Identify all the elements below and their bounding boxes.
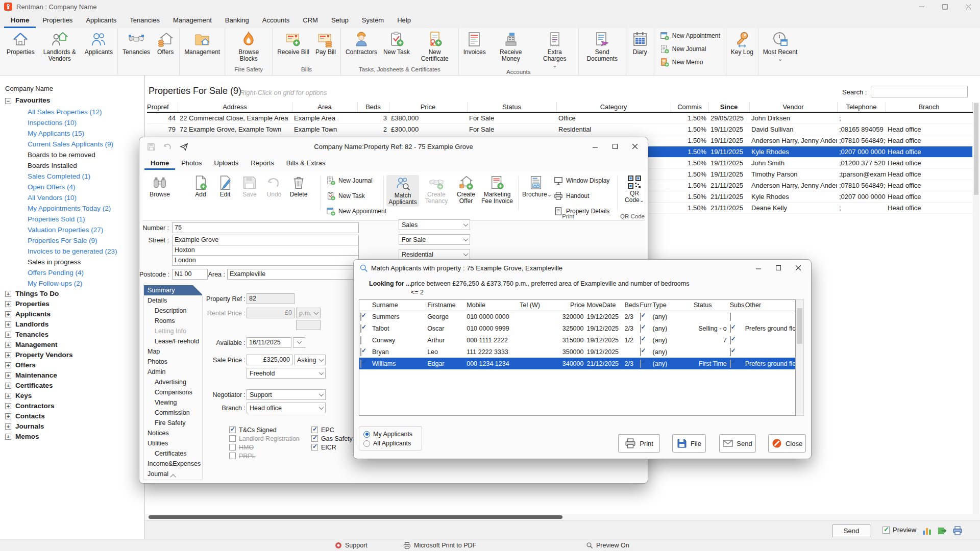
maximize-button[interactable] — [933, 0, 957, 13]
tab-uploads[interactable]: Uploads — [208, 157, 245, 170]
ribbon-new-task-button[interactable]: New Task — [380, 29, 413, 56]
ribbon-new-appointment-button[interactable]: New Appointment — [660, 31, 720, 41]
status-support[interactable]: Support — [335, 539, 368, 551]
sidebar-favourite-item[interactable]: My Applicants (15) — [0, 128, 144, 139]
forsale-combo[interactable]: For Sale — [399, 234, 470, 245]
sidebar-section[interactable]: +Contractors — [0, 401, 144, 411]
ribbon-applicants-button[interactable]: Applicants — [82, 29, 116, 56]
ribbon-landlords-vendors-button[interactable]: Landlords & Vendors — [38, 29, 82, 62]
sidebar-favourite-item[interactable]: Current Sales Applicants (9) — [0, 139, 144, 149]
file-button[interactable]: File — [672, 434, 706, 453]
search-input[interactable] — [871, 86, 968, 97]
postcode-field[interactable]: N1 00 — [172, 269, 208, 280]
ribbon-contractors-button[interactable]: Contractors — [342, 29, 380, 56]
ribbon-new-certificate-button[interactable]: New Certificate — [413, 29, 457, 62]
sidebar-section[interactable]: +Landlords — [0, 319, 144, 330]
tab-photos[interactable]: Photos — [175, 157, 208, 170]
checkbox-row[interactable]: PRPL — [229, 452, 300, 460]
brochure-button[interactable]: Brochure — [522, 175, 550, 198]
nav-item[interactable]: Admin — [144, 367, 202, 377]
ribbon-new-journal-button[interactable]: New Journal — [660, 44, 720, 54]
menu-tenancies[interactable]: Tenancies — [123, 13, 166, 28]
expand-icon[interactable]: + — [5, 372, 11, 379]
expand-icon[interactable]: + — [5, 332, 11, 338]
expand-icon[interactable]: + — [5, 291, 11, 297]
expand-icon[interactable]: + — [5, 311, 11, 317]
sidebar-favourite-item[interactable]: Boards to be removed — [0, 149, 144, 160]
sidebar-section[interactable]: +Things To Do — [0, 289, 144, 299]
grid-vertical-scrollbar[interactable] — [973, 102, 979, 514]
create-offer-button[interactable]: Create Offer — [454, 175, 478, 205]
sidebar-favourite-item[interactable]: My Follow-ups (2) — [0, 278, 144, 289]
sidebar-favourites-header[interactable]: −Favourites — [0, 95, 144, 107]
expand-icon[interactable]: + — [5, 403, 11, 409]
menu-applicants[interactable]: Applicants — [79, 13, 123, 28]
ribbon-tenancies-button[interactable]: Tenancies — [119, 29, 153, 56]
dialog-minimize-button[interactable] — [587, 141, 603, 152]
sidebar-favourite-item[interactable]: Valuation Properties (27) — [0, 224, 144, 235]
nav-scroll-up-icon[interactable] — [143, 475, 203, 479]
tab-home[interactable]: Home — [144, 157, 175, 170]
menu-help[interactable]: Help — [390, 13, 418, 28]
branch-combo[interactable]: Head office — [247, 403, 326, 413]
checkbox-row[interactable]: EPC — [311, 425, 353, 434]
print-icon[interactable] — [952, 525, 963, 536]
menu-properties[interactable]: Properties — [36, 13, 79, 28]
ribbon-diary-button[interactable]: Diary — [628, 29, 652, 56]
sidebar-section[interactable]: +Certificates — [0, 381, 144, 391]
ribbon-receive-money-button[interactable]: Receive Money — [489, 29, 533, 62]
nav-item[interactable]: Advertising — [144, 377, 202, 387]
applicants-header[interactable]: SurnameFirstnameMobileTel (W)PriceMoveDa… — [359, 300, 795, 311]
export-icon[interactable] — [937, 525, 947, 536]
rental-unit-secondary-field[interactable] — [296, 320, 321, 330]
nav-item[interactable]: Certificates — [144, 448, 202, 459]
new-appointment-button[interactable]: New Appointment — [326, 207, 386, 216]
ribbon-properties-button[interactable]: Properties — [4, 29, 38, 56]
sidebar-section[interactable]: +Property Vendors — [0, 350, 144, 360]
ribbon-send-documents-button[interactable]: Send Documents — [580, 29, 624, 62]
menu-crm[interactable]: CRM — [296, 13, 325, 28]
grid-horizontal-scrollbar[interactable] — [145, 514, 980, 520]
menu-management[interactable]: Management — [166, 13, 218, 28]
expand-icon[interactable]: + — [5, 352, 11, 358]
menu-banking[interactable]: Banking — [218, 13, 256, 28]
available-dropdown-button[interactable] — [293, 337, 305, 348]
table-header[interactable]: ProprefAddressAreaBedsPriceStatusCategor… — [147, 102, 972, 112]
sidebar-favourite-item[interactable]: Properties Sold (1) — [0, 214, 144, 224]
tab-bills-extras[interactable]: Bills & Extras — [280, 157, 332, 170]
applicant-row[interactable]: ConwayArthur000 1111 222231500019/12/202… — [359, 334, 795, 346]
browse-button[interactable]: Browse — [146, 175, 173, 198]
handout-button[interactable]: Handout — [554, 191, 589, 201]
sidebar-company-name[interactable]: Company Name — [0, 84, 144, 95]
match-maximize-button[interactable] — [771, 262, 786, 273]
expand-icon[interactable]: + — [5, 434, 11, 440]
marketing-fee-invoice-button[interactable]: Marketing Fee Invoice — [480, 175, 514, 205]
menu-home[interactable]: Home — [4, 13, 36, 28]
applicants-scrollbar[interactable] — [796, 299, 804, 416]
ribbon-management-button[interactable]: Management — [181, 29, 223, 56]
window-display-button[interactable]: Window Display — [554, 176, 609, 185]
sidebar-favourite-item[interactable]: Sales Completed (1) — [0, 171, 144, 182]
sidebar-section[interactable]: +Offers — [0, 360, 144, 370]
ribbon-most-recent-button[interactable]: Most Recent — [760, 29, 800, 62]
available-field[interactable]: 16/11/2025 — [247, 337, 291, 348]
nav-item[interactable]: Fire Safety — [144, 418, 202, 428]
ribbon-invoices-button[interactable]: Invoices — [460, 29, 489, 56]
applicant-row[interactable]: WilliamsEdgar000 1234 123434000021/12/20… — [359, 358, 795, 369]
checkbox-row[interactable]: T&Cs Signed — [229, 425, 300, 434]
status-preview[interactable]: Preview On — [586, 539, 629, 551]
close-button-dialog[interactable]: Close — [768, 434, 806, 453]
expand-icon[interactable]: + — [5, 362, 11, 368]
menu-setup[interactable]: Setup — [325, 13, 355, 28]
add-button[interactable]: Add — [187, 175, 214, 198]
checkbox-row[interactable]: Gas Safety — [311, 434, 353, 443]
sales-combo[interactable]: Sales — [399, 219, 470, 230]
sidebar-favourite-item[interactable]: All Vendors (10) — [0, 192, 144, 203]
sidebar-section[interactable]: +Maintenance — [0, 370, 144, 381]
collapse-icon[interactable]: − — [5, 98, 11, 104]
new-journal-button[interactable]: New Journal — [326, 176, 373, 185]
edit-button[interactable]: Edit — [212, 175, 238, 198]
area-field[interactable]: Exampleville — [227, 269, 358, 280]
rental-price-field[interactable]: £0 — [247, 308, 295, 318]
sidebar-favourite-item[interactable]: Open Offers (4) — [0, 182, 144, 192]
